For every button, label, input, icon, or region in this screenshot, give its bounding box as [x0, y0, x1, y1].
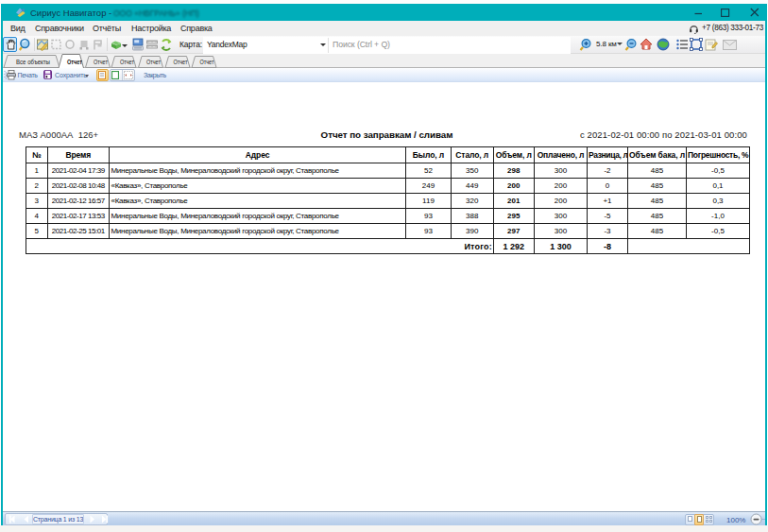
svg-text:Все объекты: Все объекты	[16, 58, 50, 66]
svg-text:Отчет: Отчет	[120, 58, 134, 66]
svg-text:Отчет: Отчет	[200, 58, 214, 66]
svg-text:Отчет: Отчет	[94, 58, 108, 66]
svg-text:Отчет: Отчет	[146, 58, 161, 66]
svg-text:Отчет: Отчет	[174, 58, 188, 66]
svg-text:Отчет: Отчет	[67, 58, 82, 66]
